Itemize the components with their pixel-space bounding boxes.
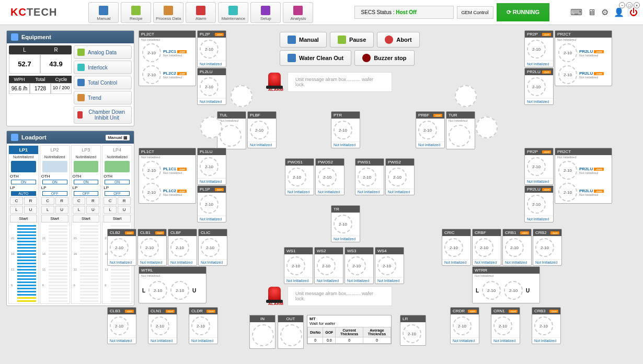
lp-LP4-L[interactable]: L [104, 206, 117, 214]
unit-PR2LU-a[interactable]: PR2LU.con 2-10 Not Initialized [524, 68, 554, 105]
lp-LP2-start[interactable]: Start [41, 215, 68, 222]
unit-PLBF[interactable]: PLBF2-10Not Initialized [247, 111, 277, 148]
toolbar-alarm-button[interactable]: Alarm [186, 2, 216, 23]
eq-R-value: 43.9 [40, 54, 72, 74]
unit-PR2CT[interactable]: PR2CT Not Initialized 2-10PR2LU.conNot I… [555, 30, 612, 86]
unit-WS1[interactable]: WS12-10Not Initialized [284, 247, 313, 284]
unit-OUT[interactable]: OUT [278, 315, 304, 349]
unit-PWOS1[interactable]: PWOS12-10Not Initialized [285, 158, 314, 195]
unit-PWIS2[interactable]: PWIS22-10Not Initialized [385, 158, 415, 195]
unit-CRB3[interactable]: CRB3.con2-10Not Initialized [532, 307, 561, 344]
loadport-LP2[interactable]: LP2NotinitializedOTHONLPOFFCRLUStart6111… [40, 145, 70, 304]
gem-control-button[interactable]: GEM Control [457, 6, 493, 19]
lp-LP2-L[interactable]: L [41, 206, 54, 214]
abort-button[interactable]: Abort [377, 32, 419, 48]
lp-LP3-L[interactable]: L [73, 206, 86, 214]
unit-CLB1[interactable]: CLB1.con2-10Not Initialized [137, 229, 167, 266]
lp-LP4-U[interactable]: U [118, 206, 131, 214]
lp-LP4-C[interactable]: C [104, 197, 117, 205]
unit-LR[interactable]: LR2-10 [400, 315, 426, 346]
unit-PRBF[interactable]: PRBF.con2-10Not Initialized [416, 111, 445, 148]
unit-PL1P[interactable]: PL1P.con2-10Not Initialized [197, 185, 226, 222]
lp-LP1-R[interactable]: R [24, 197, 37, 205]
user-icon[interactable]: 👤 [614, 7, 624, 17]
loadport-LP4[interactable]: LP4NotinitializedOTHONLPOFFCRLUStart6111… [102, 145, 132, 304]
unit-PWIS1[interactable]: PWIS12-10Not Initialized [355, 158, 384, 195]
keyboard-icon[interactable]: ⌨ [570, 7, 582, 17]
gear-icon[interactable]: ⚙ [601, 7, 608, 17]
manual-button[interactable]: Manual [280, 32, 327, 48]
total-control-button[interactable]: Total Control [74, 76, 132, 89]
close-icon[interactable]: × [634, 2, 640, 8]
toolbar-maintenance-button[interactable]: Maintenance [218, 2, 248, 23]
unit-PR2CT-b[interactable]: PR2CT Not Initialized 2-10PR2LU.conNot I… [555, 148, 612, 204]
lp-LP1-L[interactable]: L [10, 206, 23, 214]
unit-PL1CT[interactable]: PL1CT Not Initialized 2-10PL1C1.conNot I… [139, 148, 196, 204]
toolbar-manual-button[interactable]: Manual [88, 2, 119, 23]
unit-PR2LU-b[interactable]: PR2LU.con2-10Not Initialized [524, 185, 554, 222]
unit-WS3[interactable]: WS32-10Not Initialized [345, 247, 374, 284]
unit-CRB1[interactable]: CRB1.con2-10Not Initialized [502, 229, 532, 266]
toolbar-recipe-button[interactable]: Recipe [121, 2, 151, 23]
analog-data-button[interactable]: Analog Data [74, 45, 132, 59]
unit-IN[interactable]: IN [249, 315, 275, 349]
interlock-button[interactable]: Interlock [74, 61, 132, 74]
lp-LP3-start[interactable]: Start [73, 215, 100, 222]
lp-LP1-start[interactable]: Start [10, 215, 37, 222]
unit-CLDR[interactable]: CLDR.con2-10Not Initialized [189, 307, 218, 344]
cycle-value: 10 / 200 [51, 83, 72, 94]
unit-CRB2[interactable]: CRB2.con2-10Not Initialized [533, 229, 562, 266]
minimize-icon[interactable]: − [619, 2, 625, 8]
unit-WS2[interactable]: WS22-10Not Initialized [314, 247, 343, 284]
lp-LP2-C[interactable]: C [41, 197, 54, 205]
lp-LP3-R[interactable]: R [86, 197, 99, 205]
lp-LP1-C[interactable]: C [10, 197, 23, 205]
lp-LP3-U[interactable]: U [86, 206, 99, 214]
unit-CRN1[interactable]: CRN1.con2-10Not Initialized [491, 307, 520, 344]
toolbar-analysis-button[interactable]: Analysis [283, 2, 313, 23]
lp-LP4-start[interactable]: Start [104, 215, 131, 222]
unit-PR2P-b[interactable]: PR2P.con2-10Not Initialized [524, 148, 554, 185]
logo: KCTECH [10, 6, 57, 18]
lp-LP2-R[interactable]: R [55, 197, 68, 205]
unit-TUR[interactable]: TURNot Initialized [446, 111, 475, 149]
loadport-manual-button[interactable]: Manual ▦ [106, 135, 130, 140]
lp-LP4-R[interactable]: R [118, 197, 131, 205]
unit-CRBF[interactable]: CRBF2-10Not Initialized [472, 229, 501, 266]
loadport-LP1[interactable]: LP1NotinitializedOTHONLPAUTOCRLUStart611… [8, 145, 39, 304]
unit-TR[interactable]: TR2-10Not Initialized [331, 205, 360, 242]
unit-CLIC[interactable]: CLIC2-10Not Initialized [198, 229, 227, 266]
unit-PTR[interactable]: PTR2-10Not Initialized [331, 111, 360, 148]
unit-CLB3[interactable]: CLB3.con2-10Not Initialized [107, 307, 136, 344]
unit-CLB2[interactable]: CLB2.con2-10Not Initialized [107, 229, 136, 266]
wph-value: 96.6 /h [9, 83, 30, 94]
unit-PWOS2[interactable]: PWOS22-10Not Initialized [315, 158, 345, 195]
monitor-icon[interactable]: 🖥 [588, 8, 596, 17]
trend-button[interactable]: Trend [74, 91, 132, 104]
buzzer-stop-button[interactable]: Buzzer stop [354, 50, 414, 66]
toolbar-process-data-button[interactable]: Process Data [153, 2, 183, 23]
power-icon[interactable]: ⏻ [629, 8, 638, 17]
maximize-icon[interactable]: □ [626, 2, 633, 8]
lp-LP2-U[interactable]: U [55, 206, 68, 214]
water-clean-button[interactable]: Water Clean Out [280, 50, 351, 66]
unit-WTRR[interactable]: WTRRNot Initialized L2-102-10U [472, 266, 540, 303]
unit-PL2CT[interactable]: PL2CT Not Initialized 2-10PL2C1.conNot I… [139, 30, 196, 86]
unit-MT: MTWait for wafer DieNoGOFCurrent Thickne… [307, 315, 392, 344]
unit-PL1LU[interactable]: PL1LU2-10Not Initialized [197, 148, 226, 185]
unit-CLBF[interactable]: CLBF2-10Not Initialized [168, 229, 197, 266]
unit-WS4[interactable]: WS42-10Not Initialized [375, 247, 404, 284]
chamber-down-inhibit-unit-button[interactable]: Chamber Down Inhibit Unit [74, 106, 132, 124]
lp-LP1-U[interactable]: U [24, 206, 37, 214]
lp-LP3-C[interactable]: C [73, 197, 86, 205]
unit-WTRL[interactable]: WTRLNot Initialized L2-102-10U [139, 266, 206, 303]
unit-CRIC[interactable]: CRIC2-10Not Initialized [442, 229, 471, 266]
loadport-LP3[interactable]: LP3NotinitializedOTHONLPOFFCRLUStart6111… [71, 145, 101, 304]
unit-CLN1[interactable]: CLN1.con2-10Not Initialized [148, 307, 177, 344]
unit-CRDR[interactable]: CRDR.con2-10Not Initialized [450, 307, 479, 344]
unit-PL2LU[interactable]: PL2LU 2-10 Not Initialized [197, 68, 226, 105]
toolbar-setup-button[interactable]: Setup [250, 2, 281, 23]
pause-button[interactable]: Pause [330, 32, 374, 48]
unit-PR2P[interactable]: PR2P.con 2-10 Not Initialized [524, 30, 554, 67]
unit-PL2P[interactable]: PL2P.con 2-10 Not Initialized [197, 30, 226, 67]
